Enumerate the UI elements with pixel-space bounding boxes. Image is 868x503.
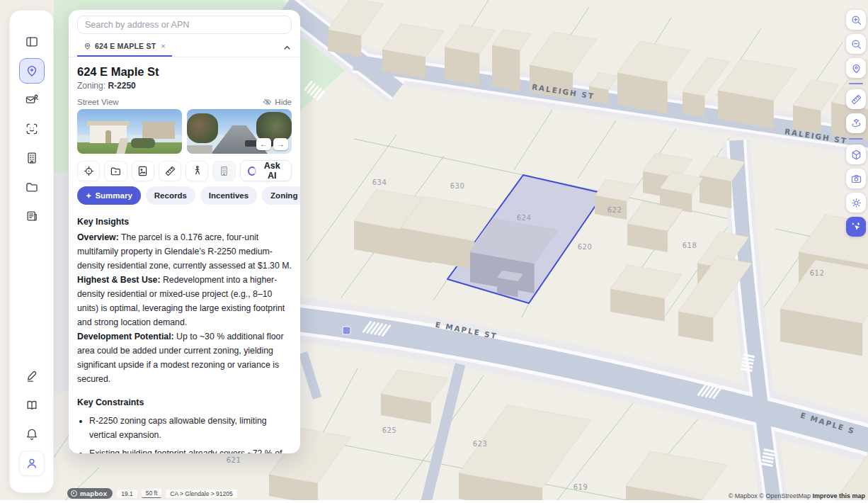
ruler-icon[interactable]: [846, 89, 866, 109]
action-bar: Ask AI: [77, 160, 292, 181]
tab-zoning[interactable]: Zoning: [262, 186, 300, 205]
parcel-label: 620: [578, 243, 593, 251]
parcel-label: 622: [607, 206, 622, 214]
folder-icon[interactable]: [19, 174, 45, 200]
tab-incentives[interactable]: Incentives: [200, 186, 257, 205]
zoning-line: Zoning: R-2250: [77, 81, 292, 91]
mail-contact-icon[interactable]: [19, 87, 45, 113]
face-scan-icon[interactable]: [19, 116, 45, 142]
sun-icon[interactable]: [846, 193, 866, 213]
ask-ai-button[interactable]: Ask AI: [240, 160, 292, 181]
street-view-prev-button[interactable]: ←: [256, 138, 271, 150]
insight-item: Development Potential: Up to ~30 % addit…: [77, 329, 292, 386]
geolocate-icon[interactable]: [846, 58, 866, 78]
toolbar-divider: [849, 83, 863, 84]
parcel-tab[interactable]: 624 E MAPLE ST ×: [77, 38, 172, 57]
parcel-tab-row: 624 E MAPLE ST ×: [69, 34, 300, 57]
bottom-strip: [0, 500, 868, 503]
zoom-in-icon[interactable]: [846, 10, 866, 30]
sparkle-icon: ✦: [86, 192, 91, 200]
street-view-thumbnails: ← →: [77, 109, 292, 154]
tab-records[interactable]: Records: [146, 186, 195, 205]
eye-off-icon: [263, 98, 272, 106]
toolbar-divider: [849, 138, 863, 140]
constraint-item: R-2250 zoning caps allowable density, li…: [89, 414, 292, 442]
ai-spinner-icon: [248, 166, 256, 176]
edit-icon[interactable]: [19, 363, 45, 389]
parcel-label: 612: [810, 269, 825, 277]
search-input[interactable]: [77, 16, 292, 34]
folder-media-icon[interactable]: [104, 161, 127, 181]
tab-label: Summary: [95, 191, 132, 200]
street-view-next-button[interactable]: →: [273, 138, 288, 150]
account-icon[interactable]: [19, 451, 45, 476]
parcel-label: 618: [683, 242, 697, 249]
map-toolbar: [846, 10, 866, 237]
street-view-label: Street View: [77, 98, 119, 106]
cube-icon[interactable]: [846, 145, 866, 164]
street-view-thumb-2[interactable]: ← →: [187, 109, 292, 154]
section-tabs: ✦SummaryRecordsIncentivesZoningValueI: [77, 186, 300, 205]
news-icon[interactable]: [19, 203, 45, 229]
parcel-label: 634: [372, 179, 387, 186]
constraint-item: Existing building footprint already cove…: [89, 446, 292, 453]
map-attribution[interactable]: © Mapbox © OpenStreetMap Improve this ma…: [729, 492, 865, 499]
breadcrumb: CA > Glendale > 91205: [166, 490, 236, 498]
property-panel: 624 E MAPLE ST × 624 E Maple St Zoning: …: [69, 10, 300, 453]
insight-item: Overview: The parcel is a 0.176 acre, fo…: [77, 230, 292, 273]
parcel-label: 630: [450, 182, 465, 190]
parcel-label: 619: [573, 483, 588, 491]
parcel-label: 621: [227, 456, 241, 464]
street-view-hide-button[interactable]: Hide: [263, 98, 292, 106]
close-icon[interactable]: ×: [161, 42, 166, 50]
mapbox-logo-icon: [71, 490, 77, 497]
zoom-level: 19.1: [117, 490, 137, 498]
crosshair-icon[interactable]: [77, 161, 100, 181]
insight-item: Highest & Best Use: Redevelopment into a…: [77, 273, 292, 329]
parcel-pin-icon[interactable]: [19, 58, 45, 84]
camera-icon[interactable]: [846, 169, 866, 188]
parcel-tab-label: 624 E MAPLE ST: [95, 42, 156, 50]
property-title: 624 E Maple St: [77, 65, 292, 79]
image-file-icon[interactable]: [132, 161, 154, 181]
parcel-label: 623: [473, 440, 488, 448]
mapbox-logo[interactable]: mapbox: [67, 488, 113, 499]
parcel-label: 624: [517, 214, 532, 222]
left-sidebar: [9, 10, 54, 493]
scale-indicator: 50 ft: [142, 489, 162, 498]
building-icon[interactable]: [19, 145, 45, 171]
tab-label: Zoning: [270, 191, 297, 200]
tab-label: Incentives: [209, 191, 249, 200]
tab-label: Records: [154, 191, 187, 200]
bell-icon[interactable]: [19, 422, 45, 447]
zoom-out-icon[interactable]: [846, 34, 866, 54]
pedestrian-icon[interactable]: [185, 161, 208, 181]
street-view-thumb-1[interactable]: [77, 109, 182, 154]
parcel-label: 625: [382, 426, 397, 434]
constraints-heading: Key Constraints: [77, 395, 292, 409]
insights-heading: Key Insights: [77, 215, 292, 229]
app-window: RALEIGH STRALEIGH STE MAPLE STE MAPLE S6…: [0, 0, 868, 503]
measure-icon[interactable]: [159, 161, 181, 181]
chevron-up-icon[interactable]: [282, 43, 292, 52]
improve-map-link: Improve this map: [812, 492, 865, 499]
map-status-bar: mapbox 19.1 50 ft CA > Glendale > 91205: [67, 488, 237, 499]
orbit-3d-icon[interactable]: [846, 113, 866, 133]
pin-icon: [84, 42, 91, 50]
book-icon[interactable]: [19, 392, 45, 418]
ai-select-icon[interactable]: [846, 217, 866, 237]
summary-content: Key Insights Overview: The parcel is a 0…: [77, 215, 292, 453]
zoning-value: R-2250: [108, 81, 135, 91]
panels-icon[interactable]: [19, 29, 45, 55]
tab-summary[interactable]: ✦Summary: [77, 186, 141, 205]
building-icon[interactable]: [212, 161, 235, 181]
